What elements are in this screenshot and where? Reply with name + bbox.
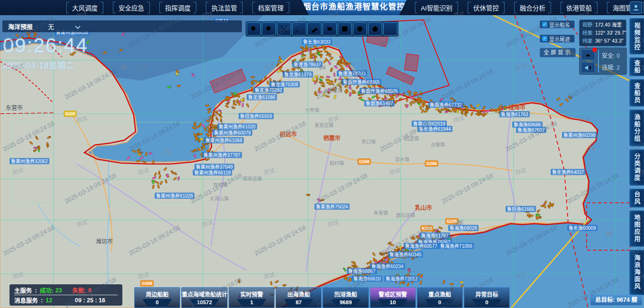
safe-count: 0: [616, 53, 620, 59]
stat-value: 0: [472, 299, 501, 306]
message-count: 12: [46, 297, 52, 304]
stat-label: 出海渔船: [287, 290, 310, 298]
stat-label: 异常目标: [475, 290, 498, 298]
sidebar-item-8[interactable]: 海浪海面风: [629, 250, 644, 295]
fov-value: 172.40 海里: [595, 21, 622, 28]
stat-cell-5[interactable]: 回港渔船9689: [322, 287, 368, 308]
nav-item-right-3[interactable]: 融合分析: [514, 1, 551, 14]
stat-cell-4[interactable]: 出海渔船87: [276, 287, 322, 308]
sidebar-item-3[interactable]: 查船员: [629, 79, 644, 107]
stat-value: 10: [378, 299, 407, 306]
zoom-out-icon: [265, 25, 273, 33]
clock-time: 09:26:44: [3, 34, 88, 57]
nav-item-left-2[interactable]: 安全应急: [113, 1, 150, 14]
stat-value: 10572: [190, 299, 219, 306]
stat-cell-6[interactable]: 警戒区预警10: [370, 287, 416, 308]
clear-selection-icon: [386, 25, 394, 33]
stat-cell-7[interactable]: 重点渔船0: [417, 287, 463, 308]
service-status-panel: 主服务 : 成功: 23 失败: 0 消息服务 : 12 09 : 25 : 1…: [9, 284, 122, 306]
violation-label: 违规:: [602, 64, 615, 71]
show-tracks-label: 显示尾迹: [549, 35, 570, 43]
clock-date: 2025-03-18星期二: [3, 59, 88, 71]
sidebar-item-2[interactable]: 查船: [629, 57, 644, 76]
zoom-out-button[interactable]: [262, 22, 276, 36]
main-service-label: 主服务: [14, 286, 32, 295]
page-title: 烟台市渔船渔港智慧化管控平台: [302, 0, 406, 15]
stat-cell-8[interactable]: 异常目标0: [464, 287, 510, 308]
position-info-panel: 视野:172.40 海里 经度:122° 33′ 29.7″ 纬度:36° 57…: [579, 19, 626, 46]
sidebar-item-1[interactable]: 视频监控: [629, 18, 644, 54]
lon-value: 122° 33′ 29.7″: [595, 29, 626, 36]
map-toolbar: [246, 21, 398, 36]
stat-label: 重点海域渔船统计: [182, 290, 227, 298]
select-circle-add-icon: [356, 25, 364, 33]
nav-item-left-4[interactable]: 执法监管: [206, 1, 243, 14]
stat-label: 警戒区预警: [378, 290, 407, 298]
forecast-label: 海洋预报: [2, 22, 37, 31]
clock-panel: 09:26:44 2025-03-18星期二: [3, 34, 88, 71]
success-count: 23: [55, 287, 62, 294]
success-label: 成功:: [40, 286, 54, 295]
show-names-label: 显示船名: [549, 21, 570, 28]
alarm-panel: 安全:0 违规:2: [579, 47, 627, 75]
divider: [598, 50, 599, 72]
right-sidebar: 视频监控查船查船员渔船分组分类调度台风地图应用海浪海面风: [629, 18, 644, 295]
stat-value: 87: [284, 299, 313, 306]
fail-label: 失败:: [73, 286, 86, 295]
select-pentagon-add-button[interactable]: [368, 22, 382, 36]
speaker-icon[interactable]: [581, 62, 595, 73]
clear-selection-button[interactable]: [383, 22, 397, 36]
app-window: 62510鲁莱州渔66038鲁长渔63033鲁蓬渔78637鲁龙渔61379鲁龙…: [0, 0, 644, 308]
nav-left-group: 大风调度安全应急指挥调度执法监管档案管理: [66, 1, 289, 14]
select-polygon-icon: [326, 25, 333, 33]
total-targets-badge: 总目标: 9674 艘: [590, 295, 642, 305]
sidebar-item-6[interactable]: 台风: [629, 189, 644, 208]
nav-item-right-2[interactable]: 伏休管控: [468, 1, 505, 14]
select-pentagon-add-icon: [371, 25, 379, 33]
measure-distance-button[interactable]: [292, 22, 306, 36]
checkbox-checked-icon[interactable]: ✓: [542, 36, 547, 41]
select-rect-add-icon: [341, 25, 349, 33]
fit-extent-button[interactable]: [277, 22, 291, 36]
sidebar-item-4[interactable]: 渔船分组: [629, 109, 644, 146]
nav-item-left-1[interactable]: 大风调度: [66, 1, 103, 14]
lat-value: 36° 57′ 43.3″: [595, 37, 624, 45]
stat-label: 回港渔船: [334, 290, 357, 298]
stat-label: 重点渔船: [428, 290, 451, 298]
chevron-down-icon[interactable]: [74, 23, 81, 32]
measure-ruler-icon: [311, 25, 318, 33]
nav-item-left-3[interactable]: 指挥调度: [159, 1, 196, 14]
fit-extent-icon: [280, 25, 288, 33]
nav-item-right-1[interactable]: AI智能识别: [415, 1, 458, 14]
sidebar-item-7[interactable]: 地图应用: [629, 210, 644, 247]
bottom-stats-bar: 周边船舶0重点海域渔船统计10572实时预警1出海渔船87回港渔船9689警戒区…: [134, 287, 510, 308]
stat-cell-3[interactable]: 实时预警1: [229, 287, 275, 308]
nav-item-left-5[interactable]: 档案管理: [252, 1, 289, 14]
show-tracks-toggle[interactable]: ✓ 显示尾迹: [540, 35, 575, 43]
fullscreen-button[interactable]: 全屏显示: [540, 48, 576, 57]
map-canvas[interactable]: [0, 0, 644, 308]
show-ship-names-toggle[interactable]: ✓ 显示船名: [540, 20, 575, 28]
select-circle-add-button[interactable]: [353, 22, 367, 36]
stat-cell-2[interactable]: 重点海域渔船统计10572: [181, 287, 228, 308]
stat-value: 1: [237, 299, 267, 306]
divider: [14, 295, 118, 295]
measure-ruler-button[interactable]: [307, 22, 322, 36]
select-rect-add-button[interactable]: [338, 22, 352, 36]
stat-label: 周边船舶: [146, 290, 169, 298]
service-time: 09 : 25 : 16: [75, 297, 105, 304]
siren-icon[interactable]: [581, 49, 595, 60]
ocean-forecast-bar[interactable]: 海洋预报 无: [2, 20, 242, 32]
safe-label: 安全:: [602, 53, 615, 59]
stat-value: 0: [143, 299, 172, 306]
stat-label: 实时预警: [240, 290, 263, 298]
stat-cell-1[interactable]: 周边船舶0: [134, 287, 180, 308]
zoom-in-button[interactable]: [247, 22, 261, 36]
select-polygon-button[interactable]: [322, 22, 337, 36]
checkbox-checked-icon[interactable]: ✓: [542, 22, 547, 27]
user-icon[interactable]: [630, 1, 642, 14]
lon-label: 经度:: [582, 29, 594, 36]
sidebar-item-5[interactable]: 分类调度: [629, 149, 644, 186]
measure-distance-icon: [295, 25, 303, 33]
nav-item-right-4[interactable]: 依港管船: [561, 1, 598, 14]
